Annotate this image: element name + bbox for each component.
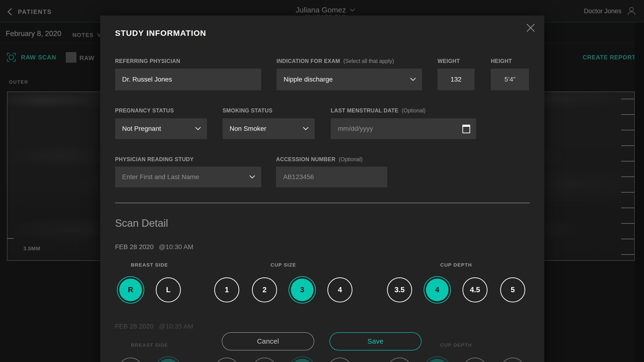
option-circle: 1: [214, 278, 239, 302]
option-circle: 4: [426, 278, 448, 301]
option-circle: 3.5: [387, 358, 412, 362]
breast-side-label: BREAST SIDE: [117, 262, 182, 268]
height-input[interactable]: 5’4”: [491, 68, 529, 90]
cup-depth-option[interactable]: 4: [424, 276, 451, 304]
cup-size-label: CUP SIZE: [213, 262, 354, 268]
breast-side-option[interactable]: R: [117, 356, 144, 362]
pregnancy-dropdown[interactable]: Not Pregnant: [115, 118, 207, 139]
weight-input[interactable]: 132: [438, 68, 474, 90]
save-button[interactable]: Save: [330, 332, 422, 350]
cup-size-option[interactable]: 3: [288, 276, 316, 304]
scan1-breast-side-group: BREAST SIDE R L: [117, 262, 182, 304]
app-root: PATIENTS Juliana Gomez 40 YEARS OLD Doct…: [0, 0, 644, 362]
option-circle: L: [157, 359, 180, 362]
cup-size-option[interactable]: 3: [288, 356, 316, 362]
scan1-cup-size-group: CUP SIZE 1 2 3 4: [213, 262, 354, 304]
cancel-button[interactable]: Cancel: [222, 332, 314, 350]
option-circle: L: [156, 278, 181, 302]
option-circle: 3.5: [387, 278, 412, 302]
accession-hint: (Optional): [339, 156, 362, 162]
breast-side-label: BREAST SIDE: [117, 342, 182, 348]
menstrual-placeholder: mm/dd/yyyy: [338, 125, 373, 132]
option-circle: 5: [500, 358, 525, 362]
section-divider: [115, 203, 530, 203]
scan1-time: @10:30 AM: [159, 243, 193, 251]
reading-physician-label: PHYSICIAN READING STUDY: [115, 156, 194, 162]
cup-size-option[interactable]: 2: [251, 276, 278, 304]
scan-detail-heading: Scan Detail: [115, 217, 168, 229]
cup-size-option[interactable]: 2: [251, 356, 278, 362]
smoking-value: Non Smoker: [230, 125, 266, 132]
modal-title: STUDY INFORMATION: [115, 28, 206, 38]
option-circle: 4.5: [462, 358, 488, 362]
referring-physician-label: REFERRING PHYSICIAN: [115, 58, 180, 64]
weight-label: WEIGHT: [438, 58, 460, 64]
smoking-dropdown[interactable]: Non Smoker: [222, 118, 315, 139]
scan2-date: FEB 28 2020: [115, 323, 154, 330]
calendar-icon[interactable]: [462, 124, 470, 134]
scan2-datetime: FEB 28 2020 @10:35 AM: [115, 323, 193, 330]
indication-hint: (Select all that apply): [344, 58, 394, 64]
option-circle: 1: [214, 358, 239, 362]
breast-side-option[interactable]: L: [155, 356, 182, 362]
scan1-cup-depth-group: CUP DEPTH 3.5 4 4.5 5: [386, 262, 526, 304]
indication-dropdown[interactable]: Nipple discharge: [276, 68, 422, 90]
cup-size-option[interactable]: 1: [213, 356, 240, 362]
close-button[interactable]: [525, 22, 536, 34]
cup-depth-option[interactable]: 3.5: [386, 356, 413, 362]
option-circle: 5: [500, 278, 525, 302]
menstrual-date-input[interactable]: mm/dd/yyyy: [331, 118, 476, 139]
chevron-down-icon: [195, 127, 201, 130]
option-circle: R: [118, 358, 143, 362]
cup-depth-option[interactable]: 5: [499, 356, 526, 362]
cup-depth-option[interactable]: 4.5: [461, 276, 489, 304]
referring-physician-input[interactable]: Dr. Russel Jones: [115, 68, 261, 90]
indication-label: INDICATION FOR EXAM: [276, 58, 340, 64]
pregnancy-label: PREGNANCY STATUS: [115, 108, 174, 114]
study-information-modal: STUDY INFORMATION REFERRING PHYSICIAN IN…: [100, 16, 544, 362]
cup-size-option[interactable]: 4: [326, 356, 354, 362]
close-icon: [526, 23, 535, 32]
option-circle: 4: [426, 359, 448, 362]
breast-side-option[interactable]: R: [117, 276, 144, 304]
accession-label: ACCESSION NUMBER: [276, 156, 336, 162]
chevron-down-icon: [250, 175, 255, 179]
referring-physician-value: Dr. Russel Jones: [122, 76, 172, 83]
pregnancy-value: Not Pregnant: [122, 125, 161, 132]
chevron-down-icon: [410, 78, 416, 81]
height-value: 5’4”: [504, 76, 516, 83]
option-circle: 4: [328, 358, 352, 362]
reading-physician-placeholder: Enter First and Last Name: [122, 173, 199, 181]
accession-input[interactable]: AB123456: [276, 166, 387, 187]
menstrual-label: LAST MENSTRUAL DATE: [331, 108, 398, 114]
cup-depth-option[interactable]: 4: [424, 356, 451, 362]
cup-size-option[interactable]: 1: [213, 276, 240, 304]
cup-depth-label: CUP DEPTH: [386, 262, 526, 268]
cup-depth-option[interactable]: 4.5: [461, 356, 489, 362]
scan2-time: @10:35 AM: [159, 323, 193, 330]
cup-size-option[interactable]: 4: [326, 276, 354, 304]
option-circle: 2: [252, 278, 277, 302]
height-label: HEIGHT: [491, 58, 512, 64]
breast-side-option[interactable]: L: [155, 276, 182, 304]
menstrual-hint: (Optional): [402, 108, 426, 114]
accession-placeholder: AB123456: [283, 173, 314, 181]
chevron-down-icon: [303, 127, 308, 130]
option-circle: 4: [328, 278, 352, 302]
cup-depth-option[interactable]: 3.5: [386, 276, 413, 304]
cup-depth-option[interactable]: 5: [499, 276, 526, 304]
reading-physician-dropdown[interactable]: Enter First and Last Name: [115, 166, 261, 187]
scan1-datetime: FEB 28 2020 @10:30 AM: [115, 243, 193, 251]
option-circle: 3: [291, 278, 314, 301]
smoking-label: SMOKING STATUS: [222, 108, 272, 114]
weight-value: 132: [450, 76, 462, 83]
indication-value: Nipple discharge: [284, 76, 333, 83]
option-circle: 4.5: [462, 278, 488, 302]
scan1-date: FEB 28 2020: [115, 243, 154, 251]
option-circle: 2: [252, 358, 277, 362]
option-circle: R: [119, 278, 142, 301]
scan2-breast-side-group: BREAST SIDE R L: [117, 342, 182, 362]
option-circle: 3: [291, 359, 314, 362]
